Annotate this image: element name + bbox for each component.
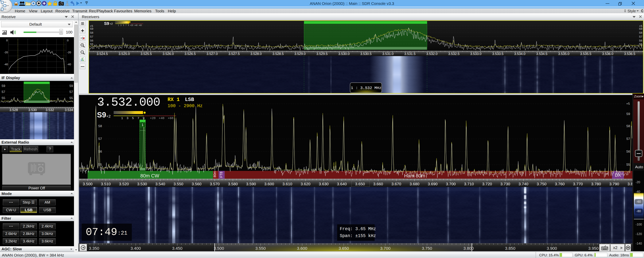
svg-text:1: 1 bbox=[118, 24, 119, 26]
svg-text:3: 3 bbox=[120, 24, 122, 26]
svg-text:7: 7 bbox=[126, 24, 126, 26]
svg-text:+20: +20 bbox=[130, 24, 133, 26]
svg-text:1: 1 bbox=[142, 123, 144, 127]
svg-text:+60: +60 bbox=[139, 24, 142, 26]
svg-text:5: 5 bbox=[123, 24, 124, 26]
svg-text:9: 9 bbox=[128, 24, 129, 26]
svg-text:+40: +40 bbox=[134, 24, 138, 26]
